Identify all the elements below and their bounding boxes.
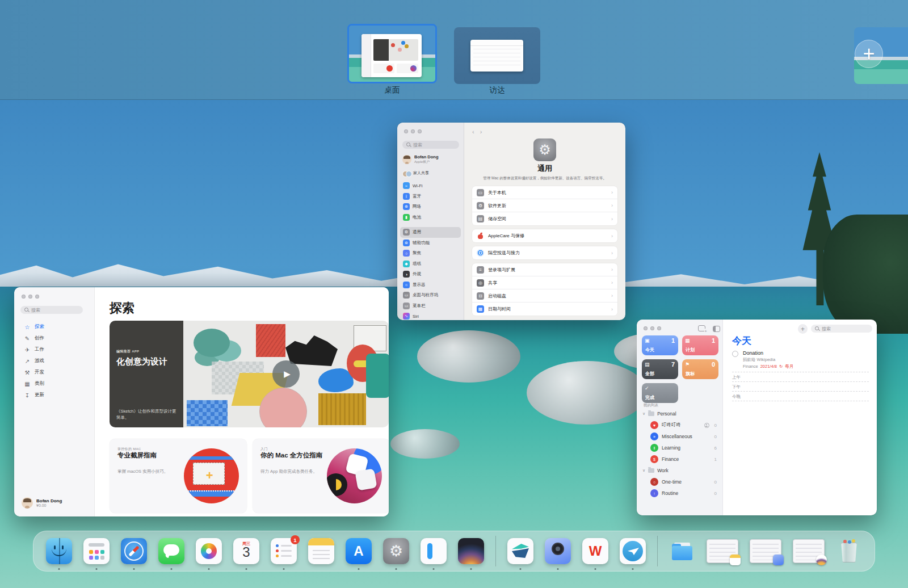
settings-row[interactable]: ⊟启动磁盘› bbox=[472, 289, 617, 303]
minimize-button[interactable] bbox=[650, 326, 654, 330]
dock-item-telegram[interactable] bbox=[620, 538, 646, 564]
dock-item-calendar[interactable]: 周三3 bbox=[233, 538, 259, 564]
dock-item-photos[interactable] bbox=[196, 538, 222, 564]
dock-item-mail-bird-app[interactable] bbox=[507, 538, 533, 564]
dock-item-screenshot-app[interactable] bbox=[545, 538, 571, 564]
close-button[interactable] bbox=[404, 129, 408, 133]
settings-sidebar-item[interactable]: ᛒ蓝牙 bbox=[400, 191, 461, 202]
dock-item-minimized-editor-window[interactable] bbox=[750, 539, 781, 563]
dock-item-app-store[interactable]: A bbox=[346, 538, 372, 564]
story-card[interactable]: 掌控你的 MAC 专业截屏指南 掌握 macOS 实用小技巧。 + bbox=[110, 439, 247, 513]
space-thumbnail-desktop[interactable] bbox=[347, 24, 437, 83]
settings-sidebar-item[interactable]: ◑外观 bbox=[400, 269, 461, 280]
settings-row[interactable]: ⚙软件更新› bbox=[472, 199, 617, 212]
settings-sidebar-item[interactable]: ⊕网络 bbox=[400, 201, 461, 212]
add-space-button[interactable]: + bbox=[855, 40, 883, 68]
settings-sidebar-item[interactable]: ▮电池 bbox=[400, 212, 461, 223]
window-controls[interactable] bbox=[22, 295, 39, 299]
dock-item-finder[interactable] bbox=[46, 538, 72, 564]
settings-sidebar-item[interactable]: ∿Siri bbox=[400, 311, 461, 320]
settings-row[interactable]: ≡登录项与扩展› bbox=[472, 263, 617, 276]
zoom-button[interactable] bbox=[35, 295, 39, 299]
settings-sidebar-item[interactable]: ☼显示器 bbox=[400, 280, 461, 291]
chevron-down-icon[interactable]: ∨ bbox=[642, 411, 645, 416]
dock-item-notes[interactable] bbox=[308, 538, 334, 564]
smart-list-card[interactable]: ▣1今天 bbox=[642, 335, 678, 355]
zoom-button[interactable] bbox=[657, 326, 661, 330]
add-reminder-button[interactable]: + bbox=[798, 324, 808, 334]
window-controls[interactable] bbox=[644, 326, 661, 330]
settings-row[interactable]: ▦日期与时间› bbox=[472, 303, 617, 316]
dock-item-downloads-folder[interactable] bbox=[669, 538, 695, 564]
settings-row[interactable]: 隔空投送与接力› bbox=[472, 246, 617, 259]
list-item[interactable]: ○One-time0 bbox=[640, 476, 719, 488]
minimize-button[interactable] bbox=[28, 295, 32, 299]
space-label-finder[interactable]: 访达 bbox=[454, 85, 540, 95]
settings-search-field[interactable]: 搜索 bbox=[402, 141, 459, 149]
close-button[interactable] bbox=[644, 326, 648, 330]
back-icon[interactable]: ‹ bbox=[472, 128, 474, 135]
forward-icon[interactable]: › bbox=[480, 128, 482, 135]
appstore-nav-item[interactable]: ⚒开发 bbox=[20, 367, 90, 378]
dock-item-launchpad[interactable] bbox=[83, 538, 110, 564]
appstore-nav-item[interactable]: ↗游戏 bbox=[20, 355, 90, 367]
dock-item-wps-office[interactable]: W bbox=[582, 538, 608, 564]
settings-row[interactable]: AppleCare 与保修› bbox=[472, 229, 617, 242]
settings-sidebar-item[interactable]: ▭桌面与程序坞 bbox=[400, 290, 461, 301]
space-label-desktop[interactable]: 桌面 bbox=[347, 85, 437, 95]
dock-item-trash[interactable] bbox=[836, 538, 862, 564]
appstore-nav-item[interactable]: ☆探索 bbox=[20, 321, 90, 333]
minimize-button[interactable] bbox=[411, 129, 415, 133]
chevron-down-icon[interactable]: ∨ bbox=[642, 468, 645, 473]
settings-sidebar-item[interactable]: ≈Wi-Fi bbox=[400, 180, 461, 191]
list-folder[interactable]: ∨Work bbox=[640, 465, 719, 476]
settings-account-row[interactable]: Bofan Dong Apple账户 bbox=[402, 154, 439, 165]
settings-row[interactable]: ▭关于本机› bbox=[472, 186, 617, 199]
story-card[interactable]: 入门 你的 Mac 全方位指南 得力 App 助你完成各类任务。 bbox=[253, 439, 389, 513]
settings-sidebar-item[interactable]: ○聚焦 bbox=[400, 248, 461, 259]
list-folder[interactable]: ∨Personal bbox=[640, 408, 719, 419]
list-item[interactable]: ↑Routine0 bbox=[640, 488, 719, 499]
settings-sidebar-item[interactable]: ⊚辅助功能 bbox=[400, 238, 461, 249]
dock-item-safari[interactable] bbox=[121, 538, 147, 564]
appstore-nav-item[interactable]: ↧更新 bbox=[20, 389, 90, 401]
reminder-checkbox[interactable] bbox=[732, 351, 738, 357]
appstore-nav-item[interactable]: ✎创作 bbox=[20, 333, 90, 344]
app-store-window[interactable]: 搜索 ☆探索✎创作✈工作↗游戏⚒开发▦类别↧更新 Bofan Dong ¥0.0… bbox=[14, 287, 389, 516]
settings-row[interactable]: ◎共享› bbox=[472, 276, 617, 289]
settings-sidebar-item[interactable]: ⚙通用 bbox=[400, 227, 461, 238]
appstore-search-field[interactable]: 搜索 bbox=[20, 306, 83, 314]
settings-row[interactable]: ▤储存空间› bbox=[472, 212, 617, 225]
list-item[interactable]: ‖Learning6 bbox=[640, 442, 719, 453]
system-settings-window[interactable]: 搜索 Bofan Dong Apple账户 家人共享 ≈Wi-Fiᛒ蓝牙⊕网络▮… bbox=[397, 123, 625, 320]
appstore-nav-item[interactable]: ▦类别 bbox=[20, 378, 90, 389]
space-thumbnail-finder[interactable] bbox=[454, 27, 540, 84]
dock-item-messages[interactable] bbox=[158, 538, 184, 564]
settings-sidebar-item[interactable]: ◆墙纸 bbox=[400, 259, 461, 270]
settings-sidebar-item[interactable]: ▭菜单栏 bbox=[400, 301, 461, 312]
list-item[interactable]: $Finance1 bbox=[640, 453, 719, 465]
reminders-window[interactable]: ▣1今天▦1计划▤7全部⚑0旗标✓完成 我的列表 ∨Personal♥叮咚叮咚0… bbox=[637, 320, 877, 515]
close-button[interactable] bbox=[22, 295, 26, 299]
settings-family-sharing-row[interactable]: 家人共享 bbox=[402, 170, 429, 176]
appstore-nav-item[interactable]: ✈工作 bbox=[20, 344, 90, 355]
dock-item-minimized-notes-window[interactable] bbox=[707, 539, 738, 563]
sidebar-toggle-icon[interactable] bbox=[713, 326, 720, 332]
reminder-item[interactable]: Donation 捐款给 Wikipedia Finance 2021/4/8 … bbox=[732, 350, 869, 369]
add-list-icon[interactable] bbox=[698, 325, 705, 331]
appstore-account-row[interactable]: Bofan Dong ¥0.00 bbox=[22, 497, 62, 509]
zoom-button[interactable] bbox=[418, 129, 422, 133]
window-controls[interactable] bbox=[404, 129, 422, 133]
list-item[interactable]: ♥叮咚叮咚0 bbox=[640, 419, 719, 431]
list-item[interactable]: »Miscellaneous0 bbox=[640, 431, 719, 442]
smart-list-card[interactable]: ▤7全部 bbox=[642, 359, 678, 379]
dock-item-reminders[interactable]: 1 bbox=[271, 538, 297, 564]
dock-item-system-settings[interactable]: ⚙ bbox=[383, 538, 409, 564]
smart-list-card[interactable]: ▦1计划 bbox=[682, 335, 718, 355]
dock-item-dusk-app[interactable] bbox=[458, 538, 484, 564]
reminders-search-field[interactable]: 搜索 bbox=[811, 325, 872, 333]
play-button-icon[interactable]: ▶ bbox=[272, 360, 300, 388]
dock-item-blue-bar-app[interactable] bbox=[421, 538, 447, 564]
dock-item-minimized-browser-window[interactable] bbox=[793, 539, 825, 563]
smart-list-card[interactable]: ⚑0旗标 bbox=[682, 359, 718, 379]
